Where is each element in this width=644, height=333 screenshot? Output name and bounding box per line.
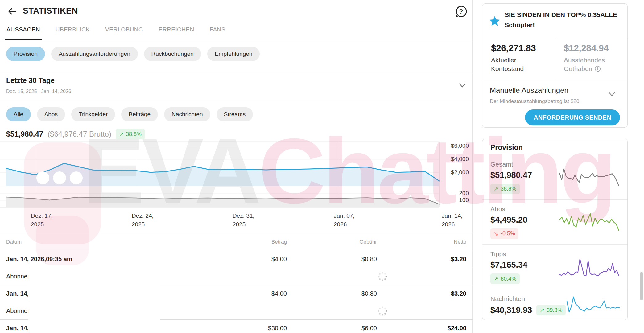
tab-aussagen[interactable]: AUSSAGEN: [6, 26, 41, 40]
provision-item-abos: Abos$4,495.20↘-0.5%: [482, 200, 627, 245]
tab-erreichen[interactable]: ERREICHEN: [158, 26, 195, 40]
payout-subtitle: Der Mindestauszahlungsbetrag ist $20: [490, 98, 579, 105]
balance-card: SIE SINDEN IN DEN TOP% 0.35ALLE Schöpfer…: [482, 3, 628, 128]
period-title: Letzte 30 Tage: [6, 76, 55, 85]
sparkline-gesamt: [558, 167, 620, 187]
earnings-summary: $51,980.47 ($64,976.47 Brutto) ↗ 38.8%: [6, 129, 145, 139]
manual-payout-section: Manuelle Auszahlungen Der Mindestauszahl…: [482, 80, 627, 127]
x-axis-tick: Dez. 24, 2025: [132, 212, 154, 228]
stat-amount: $4,495.20: [490, 215, 527, 225]
net-total: $51,980.47: [6, 130, 43, 138]
table-header: Datum Betrag Gebühr Netto: [0, 234, 473, 250]
cell-netto: $24.00: [377, 325, 466, 332]
stat-amount: $51,980.47: [490, 171, 532, 180]
loading-spinner-icon: [377, 271, 466, 282]
cell-betrag: $4.00: [197, 290, 287, 297]
category-chip-alle[interactable]: Alle: [6, 107, 31, 121]
info-icon[interactable]: [595, 66, 601, 72]
column-datum: Datum: [6, 239, 197, 245]
trend-up-icon: ↗: [494, 186, 498, 192]
change-badge: ↗38.8%: [490, 184, 520, 194]
category-chip-abos[interactable]: Abos: [37, 107, 65, 121]
sparkline-abos: [558, 212, 620, 232]
y-axis-tick: 100: [440, 197, 469, 204]
current-balance: $26,271.83 Aktueller Kontostand: [491, 43, 553, 73]
provision-card-title: Provision: [490, 143, 523, 152]
loading-spinner-icon: [377, 306, 466, 317]
send-request-button[interactable]: ANFORDERUNG SENDEN: [525, 109, 620, 125]
current-balance-label: Aktueller Kontostand: [491, 56, 553, 73]
redaction-overlay: [28, 267, 160, 333]
stat-amount: $40,319.93: [490, 306, 532, 315]
cell-netto: $3.20: [377, 290, 466, 297]
column-gebuehr: Gebühr: [287, 239, 377, 245]
statistics-page: STATISTIKEN ? AUSSAGENÜBERBLICKVERLOBUNG…: [0, 0, 644, 333]
chevron-down-icon: [606, 88, 618, 100]
payout-title: Manuelle Auszahlungen: [490, 86, 568, 95]
change-badge: ↘-0.5%: [490, 228, 518, 239]
pending-balance-label: Ausstehendes Guthaben: [564, 56, 625, 73]
filter-chip-row: ProvisionAuszahlungsanforderungenRückbuc…: [0, 47, 260, 61]
back-button[interactable]: [7, 6, 17, 17]
change-value: 38.8%: [126, 131, 142, 138]
balances-section: $26,271.83 Aktueller Kontostand $12,284.…: [482, 38, 627, 80]
stat-label: Gesamt: [490, 161, 532, 168]
stat-label: Tipps: [490, 250, 527, 258]
change-badge: ↗ 38.8%: [116, 129, 145, 139]
filter-chip-r-ckbuchungen[interactable]: Rückbuchungen: [144, 47, 201, 61]
page-title: STATISTIKEN: [23, 6, 78, 16]
filter-chip-provision[interactable]: Provision: [6, 47, 45, 61]
cell-gebuehr: $6.00: [287, 325, 377, 332]
current-balance-amount: $26,271.83: [491, 43, 553, 53]
trend-up-icon: ↗: [119, 131, 124, 138]
provision-item-nachrichten: Nachrichten$40,319.93↗39.3%: [482, 290, 627, 320]
tab-fans[interactable]: FANS: [209, 26, 226, 40]
category-chip-streams[interactable]: Streams: [217, 107, 253, 121]
cell-netto: $3.20: [377, 256, 466, 263]
help-button[interactable]: ?: [454, 4, 468, 18]
cell-betrag: $4.00: [197, 256, 287, 263]
sparkline-nachrichten: [566, 295, 620, 315]
svg-text:?: ?: [459, 8, 463, 15]
gross-total: ($64,976.47 Brutto): [47, 130, 111, 138]
sidebar: SIE SINDEN IN DEN TOP% 0.35ALLE Schöpfer…: [480, 0, 644, 333]
provision-item-tipps: Tipps$7,165.34↗80.4%: [482, 245, 627, 290]
stat-amount: $7,165.34: [490, 260, 527, 270]
column-netto: Netto: [377, 239, 466, 245]
column-betrag: Betrag: [197, 239, 287, 245]
earnings-chart: $6,000$4,000$2,000200100Dez. 17, 2025Dez…: [0, 141, 473, 234]
change-badge: ↗39.3%: [536, 305, 566, 315]
provision-card: Provision Gesamt$51,980.47↗38.8%Abos$4,4…: [482, 139, 628, 320]
x-axis-tick: Dez. 17, 2025: [31, 212, 53, 228]
filter-chip-auszahlungsanforderungen[interactable]: Auszahlungsanforderungen: [51, 47, 138, 61]
tab-berblick[interactable]: ÜBERBLICK: [55, 26, 90, 40]
trend-up-icon: ↗: [494, 275, 498, 282]
filter-chip-empfehlungen[interactable]: Empfehlungen: [207, 47, 260, 61]
payout-expand-button[interactable]: [606, 88, 618, 100]
vertical-scrollbar[interactable]: [640, 272, 643, 300]
pending-balance: $12,284.94 Ausstehendes Guthaben: [564, 43, 625, 73]
chevron-down-icon: [456, 80, 468, 91]
arrow-left-icon: [7, 6, 17, 17]
category-chip-nachrichten[interactable]: Nachrichten: [164, 107, 210, 121]
x-axis-tick: Jan. 07, 2026: [334, 212, 355, 228]
cell-betrag: $30.00: [197, 325, 287, 332]
cell-gebuehr: $0.80: [287, 256, 377, 263]
period-range: Dez. 15, 2025 - Jan. 14, 2026: [6, 89, 71, 94]
star-icon: [489, 15, 500, 27]
sparkline-tipps: [558, 257, 620, 277]
x-axis-tick: Jan. 14, 2026: [442, 212, 463, 228]
cell-datum: Jan. 14, 2026,09:35 am: [6, 256, 197, 263]
divider: [0, 73, 472, 73]
table-row-transaction[interactable]: Jan. 14, 2026,09:35 am$4.00$0.80$3.20: [0, 251, 473, 268]
tab-verlobung[interactable]: VERLOBUNG: [105, 26, 144, 40]
category-chip-trinkgelder[interactable]: Trinkgelder: [71, 107, 115, 121]
category-chip-beitr-ge[interactable]: Beiträge: [121, 107, 158, 121]
category-chip-row: AlleAbosTrinkgelderBeiträgeNachrichtenSt…: [0, 107, 253, 121]
trend-down-icon: ↘: [494, 230, 498, 237]
question-bubble-icon: ?: [454, 4, 468, 18]
stat-label: Abos: [490, 205, 527, 213]
y-axis-tick: 200: [440, 190, 469, 197]
divider: [555, 38, 555, 80]
period-expand-button[interactable]: [456, 80, 468, 91]
